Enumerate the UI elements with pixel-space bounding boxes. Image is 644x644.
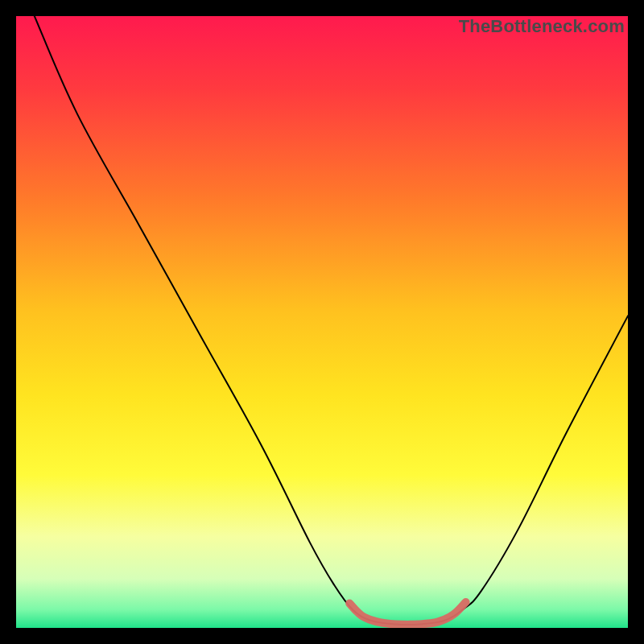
gradient-background bbox=[16, 16, 628, 628]
bottleneck-chart bbox=[16, 16, 628, 628]
chart-frame: TheBottleneck.com bbox=[16, 16, 628, 628]
watermark-text: TheBottleneck.com bbox=[459, 16, 625, 37]
